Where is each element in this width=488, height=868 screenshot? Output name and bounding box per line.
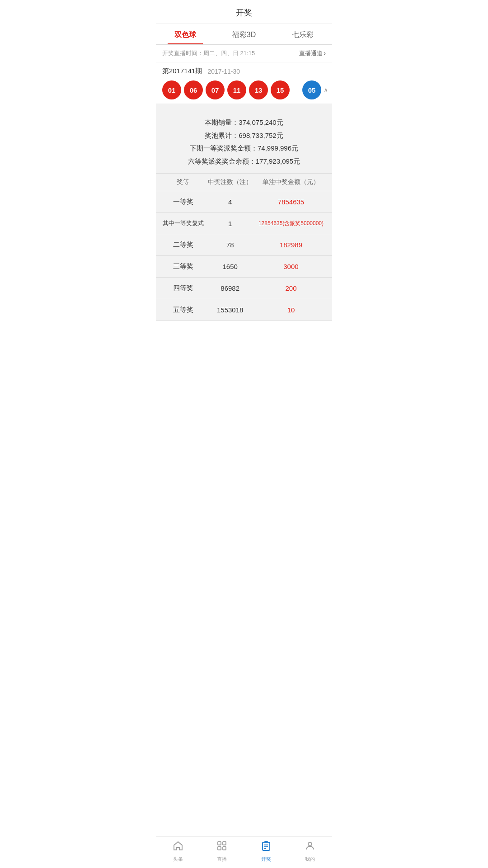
prize-count-6: 1553018 [204, 306, 256, 314]
tab-fucai3d[interactable]: 福彩3D [215, 24, 273, 44]
red-ball-5: 13 [249, 80, 268, 99]
triangle-pointer [239, 104, 249, 109]
live-link[interactable]: 直播通道 [299, 49, 326, 57]
prize-count-4: 1650 [204, 263, 256, 270]
red-ball-4: 11 [227, 80, 246, 99]
chevron-up-icon[interactable]: ∧ [321, 85, 330, 94]
prize-level-4: 三等奖 [162, 262, 204, 271]
page-header: 开奖 [156, 0, 332, 24]
red-ball-2: 06 [184, 80, 203, 99]
red-balls: 01 06 07 11 13 15 [162, 80, 290, 99]
page-title: 开奖 [236, 8, 252, 17]
prize-amount-5: 200 [256, 284, 326, 292]
prize-amount-1: 7854635 [256, 198, 326, 206]
prize-level-6: 五等奖 [162, 306, 204, 314]
prize-level-3: 二等奖 [162, 241, 204, 249]
header-col-count: 中奖注数（注） [204, 178, 256, 186]
sales-info: 本期销量：374,075,240元 奖池累计：698,733,752元 下期一等… [156, 109, 332, 173]
prize-amount-2: 12854635(含派奖5000000) [256, 220, 326, 227]
prize-count-3: 78 [204, 241, 256, 249]
tab-qilecai[interactable]: 七乐彩 [273, 24, 332, 44]
prize-table: 奖等 中奖注数（注） 单注中奖金额（元） 一等奖 4 7854635 其中一等奖… [156, 173, 332, 321]
sales-line3: 下期一等奖派奖金额：74,999,996元 [160, 142, 328, 155]
live-bar: 开奖直播时间：周二、四、日 21:15 直播通道 [156, 45, 332, 62]
prize-level-5: 四等奖 [162, 284, 204, 292]
red-ball-3: 07 [206, 80, 225, 99]
header-col-level: 奖等 [162, 178, 204, 186]
prize-amount-3: 182989 [256, 241, 326, 249]
table-header: 奖等 中奖注数（注） 单注中奖金额（元） [156, 173, 332, 191]
prize-row-3: 二等奖 78 182989 [156, 234, 332, 256]
prize-row-6: 五等奖 1553018 10 [156, 299, 332, 321]
tabs-bar: 双色球 福彩3D 七乐彩 [156, 24, 332, 45]
sales-line4: 六等奖派奖奖金余额：177,923,095元 [160, 155, 328, 168]
red-ball-1: 01 [162, 80, 181, 99]
red-ball-6: 15 [271, 80, 290, 99]
blue-ball: 05 [302, 80, 321, 99]
details-section: 本期销量：374,075,240元 奖池累计：698,733,752元 下期一等… [156, 104, 332, 321]
prize-row-4: 三等奖 1650 3000 [156, 256, 332, 278]
prize-amount-4: 3000 [256, 263, 326, 270]
live-time-label: 开奖直播时间：周二、四、日 21:15 [162, 49, 255, 57]
sales-line2: 奖池累计：698,733,752元 [160, 129, 328, 142]
prize-count-2: 1 [204, 220, 256, 227]
tab-shuangseqiu[interactable]: 双色球 [156, 24, 215, 44]
period-number: 第2017141期 [162, 67, 202, 75]
prize-amount-6: 10 [256, 306, 326, 314]
blue-ball-wrap: 05 [302, 80, 321, 99]
period-section: 第2017141期 2017-11-30 01 06 07 11 13 [156, 62, 332, 104]
prize-count-5: 86982 [204, 284, 256, 292]
prize-level-1: 一等奖 [162, 198, 204, 206]
period-date: 2017-11-30 [207, 68, 240, 75]
header-col-amount: 单注中奖金额（元） [256, 178, 326, 186]
prize-row-1: 一等奖 4 7854635 [156, 191, 332, 213]
balls-row: 01 06 07 11 13 15 [162, 80, 326, 100]
prize-count-1: 4 [204, 198, 256, 206]
prize-row-2: 其中一等奖复式 1 12854635(含派奖5000000) [156, 213, 332, 234]
prize-row-5: 四等奖 86982 200 [156, 278, 332, 299]
sales-line1: 本期销量：374,075,240元 [160, 116, 328, 129]
prize-level-2: 其中一等奖复式 [162, 219, 204, 227]
expand-area: ∧ [321, 80, 332, 100]
